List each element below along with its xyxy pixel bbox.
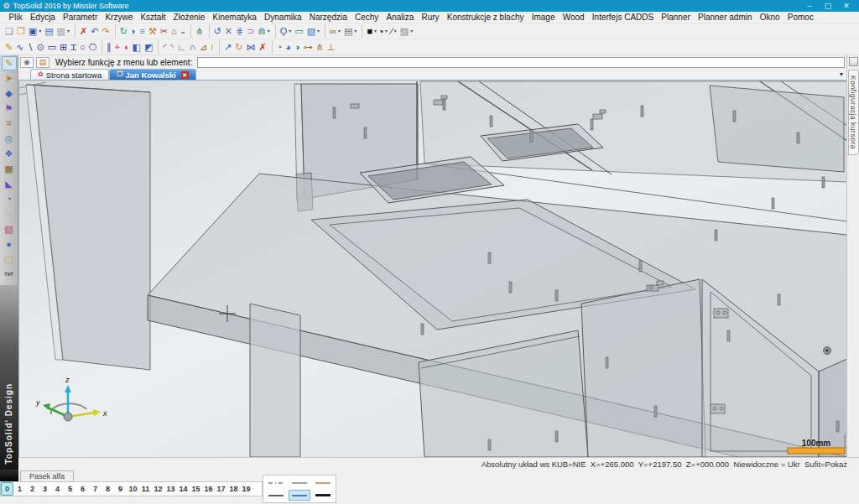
- new-document-icon[interactable]: ❏: [4, 24, 15, 38]
- menu-item[interactable]: Pomoc: [784, 12, 817, 23]
- analysis-mode-icon[interactable]: ◔: [2, 192, 17, 206]
- pocket-icon[interactable]: ◩: [143, 40, 154, 54]
- render-mode-icon[interactable]: ▧: [2, 222, 17, 236]
- modify-icon[interactable]: ⚒: [147, 24, 158, 38]
- alpha-number-button[interactable]: 1: [13, 482, 26, 496]
- menu-item[interactable]: Planner admin: [694, 12, 756, 23]
- machining-4-icon[interactable]: ⊶: [302, 40, 314, 54]
- upper-cabinet-right[interactable]: [710, 86, 844, 172]
- histogram-icon[interactable]: ⋒: [257, 24, 271, 38]
- line-style-blue[interactable]: [289, 490, 310, 501]
- lower-cabinet-mid-right[interactable]: [581, 279, 705, 457]
- alpha-number-button[interactable]: 4: [51, 482, 64, 496]
- text-mode-icon[interactable]: TXT: [2, 268, 17, 282]
- arc-icon[interactable]: ∩: [188, 40, 197, 54]
- corner-icon[interactable]: ∟: [175, 40, 187, 54]
- menu-item[interactable]: Kształt: [137, 12, 169, 23]
- menu-item[interactable]: Dynamika: [260, 12, 305, 23]
- sketch-icon[interactable]: ✎: [4, 40, 14, 54]
- mirror-icon[interactable]: ⋈: [245, 40, 257, 54]
- line-style-dashdot[interactable]: [265, 477, 287, 488]
- alpha-number-button[interactable]: 18: [227, 482, 240, 496]
- document-context-button[interactable]: ▤: [36, 57, 49, 68]
- hatch-style-icon[interactable]: ▨: [398, 24, 414, 38]
- viewport-3d[interactable]: z y x 100mm: [18, 81, 846, 457]
- cad-model-canvas[interactable]: z y x 100mm: [19, 81, 847, 457]
- menu-item[interactable]: Edycja: [26, 12, 59, 23]
- menu-item[interactable]: Krzywe: [102, 12, 137, 23]
- undo-icon[interactable]: ↶: [90, 24, 100, 38]
- print-icon[interactable]: ▥: [55, 24, 70, 38]
- alpha-number-button[interactable]: 16: [202, 482, 215, 496]
- line-style-icon[interactable]: ∕: [389, 24, 398, 38]
- parallel-icon[interactable]: ∥: [102, 40, 112, 54]
- alpha-bar-tab[interactable]: Pasek alfa: [20, 470, 74, 481]
- select-bars-icon[interactable]: ⋕: [235, 24, 245, 38]
- verify-icon[interactable]: ≀: [209, 40, 215, 54]
- regenerate-icon[interactable]: ↻: [115, 24, 129, 38]
- ellipse-icon[interactable]: ○: [78, 40, 86, 54]
- alpha-number-button[interactable]: 3: [39, 482, 51, 496]
- delete-icon[interactable]: ✗: [75, 24, 89, 38]
- command-input[interactable]: [197, 57, 845, 68]
- menu-item[interactable]: Wood: [559, 12, 588, 23]
- minimize-button[interactable]: –: [800, 0, 819, 12]
- shading-icon[interactable]: ◗: [129, 24, 138, 38]
- menu-item[interactable]: Konstrukcje z blachy: [443, 12, 528, 23]
- menu-item[interactable]: Analiza: [383, 12, 418, 23]
- select-cross-icon[interactable]: ✕: [223, 24, 233, 38]
- fillet-icon[interactable]: ◜: [158, 40, 168, 54]
- tools-mode-icon[interactable]: ⌗: [2, 117, 17, 131]
- menu-item[interactable]: Cechy: [351, 12, 383, 23]
- menu-item[interactable]: Złożenie: [169, 12, 209, 23]
- plane-icon[interactable]: ⊿: [198, 40, 208, 54]
- profile-icon[interactable]: Ɪ: [70, 40, 78, 54]
- bom-mode-icon[interactable]: ▦: [2, 162, 17, 176]
- menu-item[interactable]: Planner: [658, 12, 695, 23]
- alpha-number-button[interactable]: 2: [26, 482, 39, 496]
- alpha-number-button[interactable]: 12: [152, 482, 164, 496]
- alpha-number-button[interactable]: 6: [76, 482, 89, 496]
- machining-2-icon[interactable]: ◕: [284, 40, 293, 54]
- screenshot-icon[interactable]: ▧: [305, 24, 320, 38]
- planner-mode-icon[interactable]: ▢: [2, 252, 17, 267]
- menu-item[interactable]: Image: [528, 12, 559, 23]
- menu-item[interactable]: Okno: [756, 12, 784, 23]
- globe-button[interactable]: ◉: [20, 57, 34, 68]
- alpha-number-button[interactable]: 7: [89, 482, 102, 496]
- pad-icon[interactable]: ◧: [131, 40, 142, 54]
- rectangle-icon[interactable]: ▭: [46, 40, 57, 54]
- maximize-button[interactable]: ▢: [819, 0, 837, 12]
- zoom-icon[interactable]: Ϙ: [275, 24, 293, 38]
- desk-leg-panel[interactable]: [250, 304, 300, 457]
- circle-icon[interactable]: ⊙: [35, 40, 45, 54]
- curve-mode-icon[interactable]: ➤: [2, 71, 17, 86]
- sketch-mode-icon[interactable]: ✎: [2, 56, 17, 70]
- alpha-number-button[interactable]: 9: [114, 482, 127, 496]
- save-icon[interactable]: ▣: [27, 24, 42, 38]
- frame-icon[interactable]: ⊞: [59, 40, 69, 54]
- polygon-icon[interactable]: ⎔: [87, 40, 98, 54]
- menu-item[interactable]: Kinematyka: [209, 12, 260, 23]
- alpha-number-button[interactable]: 14: [177, 482, 190, 496]
- machining-1-icon[interactable]: ◔: [272, 40, 284, 54]
- line-style-dark[interactable]: [265, 490, 287, 501]
- title-bar[interactable]: ❂ TopSolid 2019 by Missler Software – ▢ …: [0, 0, 859, 12]
- view-glasses-icon[interactable]: ∞: [325, 24, 341, 38]
- alpha-number-button[interactable]: 17: [215, 482, 227, 496]
- open-icon[interactable]: ❐: [15, 24, 26, 38]
- chamfer-icon[interactable]: ◝: [169, 40, 174, 54]
- segment-icon[interactable]: ∖: [26, 40, 34, 54]
- erase-icon[interactable]: ◒: [179, 24, 187, 38]
- surface-mode-icon[interactable]: ⚑: [2, 101, 17, 116]
- menu-item[interactable]: Rury: [418, 12, 443, 23]
- alpha-number-button[interactable]: 19: [240, 482, 252, 496]
- center-point-icon[interactable]: ⌖: [113, 40, 121, 54]
- menu-item[interactable]: Plik: [5, 12, 26, 23]
- move-icon[interactable]: ↗: [219, 40, 233, 54]
- alpha-number-button[interactable]: 8: [102, 482, 114, 496]
- document-info-icon[interactable]: ▤: [44, 24, 55, 38]
- menu-item[interactable]: Parametr: [60, 12, 102, 23]
- edit-function-icon[interactable]: ✂: [159, 24, 169, 38]
- alpha-number-button[interactable]: 10: [127, 482, 139, 496]
